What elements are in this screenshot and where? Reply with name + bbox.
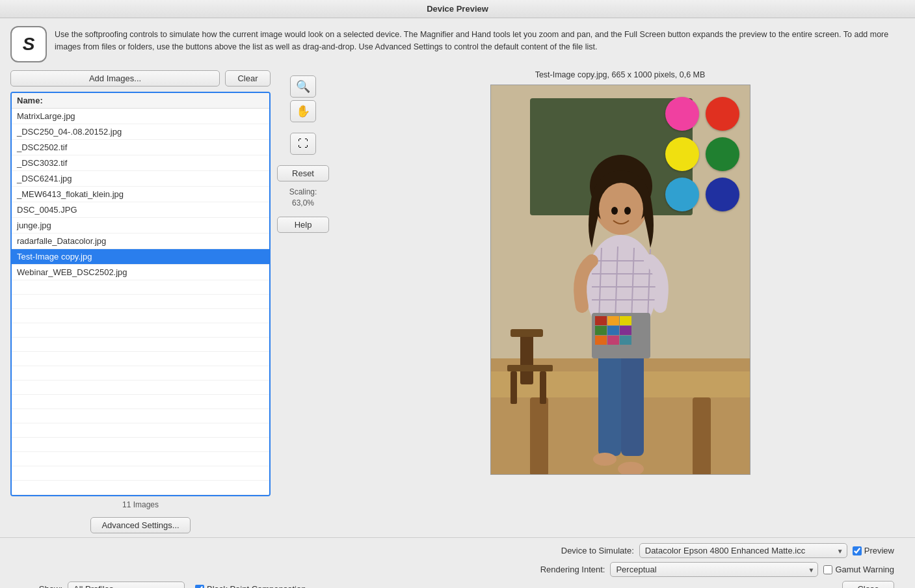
file-list[interactable]: Name: MatrixLarge.jpg_DSC250_04-.08.2015… bbox=[10, 92, 271, 496]
show-select[interactable]: All Profiles bbox=[68, 581, 185, 588]
file-item-empty bbox=[12, 466, 269, 481]
svg-point-23 bbox=[599, 183, 643, 235]
file-items-container: MatrixLarge.jpg_DSC250_04-.08.20152.jpg_… bbox=[12, 109, 269, 280]
device-select[interactable]: Datacolor Epson 4800 Enhanced Matte.icc bbox=[639, 543, 847, 558]
file-item-empty bbox=[12, 481, 269, 495]
show-select-container[interactable]: All Profiles ▼ bbox=[68, 581, 185, 588]
file-item[interactable]: Webinar_WEB_DSC2502.jpg bbox=[12, 265, 269, 280]
svg-rect-36 bbox=[607, 336, 619, 345]
preview-checkbox[interactable] bbox=[853, 546, 862, 555]
gamut-warning-label: Gamut Warning bbox=[835, 565, 894, 574]
file-item[interactable]: DSC_0045.JPG bbox=[12, 202, 269, 218]
image-title: Test-Image copy.jpg, 665 x 1000 pixels, … bbox=[535, 70, 706, 79]
svg-rect-31 bbox=[620, 316, 631, 325]
file-item-empty bbox=[12, 423, 269, 438]
reset-button[interactable]: Reset bbox=[277, 165, 329, 181]
window-title: Device Preview bbox=[427, 4, 488, 14]
tools-panel: 🔍 ✋ ⛶ Reset Scaling: 63,0% Help bbox=[271, 70, 336, 537]
tool-icons: 🔍 ✋ ⛶ bbox=[290, 75, 316, 155]
scaling-label: Scaling: bbox=[289, 187, 317, 198]
show-label: Show: bbox=[10, 584, 62, 588]
gamut-warning-checkbox-label[interactable]: Gamut Warning bbox=[823, 565, 894, 574]
reset-btn-container: Reset bbox=[277, 165, 329, 181]
bottom-controls-bar: Device to Simulate: Datacolor Epson 4800… bbox=[0, 537, 915, 588]
black-point-checkbox[interactable] bbox=[195, 585, 204, 589]
file-item-empty bbox=[12, 338, 269, 352]
file-item[interactable]: radarfalle_Datacolor.jpg bbox=[12, 234, 269, 249]
file-list-header: Name: bbox=[12, 93, 269, 109]
svg-rect-30 bbox=[607, 316, 619, 325]
color-swatch-cyan bbox=[665, 178, 699, 211]
file-item-empty bbox=[12, 395, 269, 409]
svg-rect-33 bbox=[607, 326, 619, 335]
file-item[interactable]: _DSC3032.tif bbox=[12, 155, 269, 171]
rendering-select[interactable]: Perceptual bbox=[610, 562, 818, 577]
top-button-row: Add Images... Clear bbox=[10, 70, 271, 87]
scaling-value: 63,0% bbox=[289, 198, 317, 209]
file-item[interactable]: _DSC2502.tif bbox=[12, 140, 269, 155]
help-button[interactable]: Help bbox=[277, 217, 329, 233]
svg-rect-4 bbox=[530, 397, 548, 475]
svg-rect-32 bbox=[595, 326, 607, 335]
advanced-settings-button[interactable]: Advanced Settings... bbox=[90, 517, 190, 533]
file-item[interactable]: _MEW6413_flokati_klein.jpg bbox=[12, 187, 269, 202]
device-simulate-row: Device to Simulate: Datacolor Epson 4800… bbox=[10, 543, 905, 558]
svg-point-24 bbox=[611, 207, 618, 215]
left-panel: Add Images... Clear Name: MatrixLarge.jp… bbox=[10, 70, 271, 537]
info-bar: S Use the softproofing controls to simul… bbox=[0, 18, 915, 70]
svg-rect-34 bbox=[620, 326, 631, 335]
svg-rect-8 bbox=[507, 365, 553, 371]
image-count: 11 Images bbox=[10, 496, 271, 513]
hand-tool-button[interactable]: ✋ bbox=[290, 100, 316, 122]
rendering-intent-label: Rendering Intent: bbox=[514, 565, 605, 574]
file-item[interactable]: _DSC250_04-.08.20152.jpg bbox=[12, 124, 269, 140]
preview-image bbox=[490, 85, 750, 475]
file-item-empty bbox=[12, 323, 269, 338]
right-area: Test-Image copy.jpg, 665 x 1000 pixels, … bbox=[336, 70, 905, 537]
file-item[interactable]: MatrixLarge.jpg bbox=[12, 109, 269, 124]
color-swatch-blue bbox=[706, 178, 739, 211]
rendering-select-container[interactable]: Perceptual ▼ bbox=[610, 562, 818, 577]
file-item-empty bbox=[12, 366, 269, 381]
app-icon: S bbox=[10, 26, 47, 62]
show-row: Show: All Profiles ▼ Black Point Compens… bbox=[10, 581, 905, 588]
file-item-empty bbox=[12, 295, 269, 309]
svg-rect-10 bbox=[540, 371, 546, 404]
black-point-checkbox-label[interactable]: Black Point Compensation bbox=[195, 584, 306, 588]
clear-button[interactable]: Clear bbox=[225, 70, 271, 87]
file-item-empty bbox=[12, 438, 269, 452]
add-images-button[interactable]: Add Images... bbox=[10, 70, 220, 87]
fullscreen-tool-button[interactable]: ⛶ bbox=[290, 133, 316, 155]
svg-rect-35 bbox=[595, 336, 607, 345]
preview-checkbox-label[interactable]: Preview bbox=[853, 546, 894, 555]
svg-point-38 bbox=[593, 453, 617, 466]
svg-rect-29 bbox=[595, 316, 607, 325]
file-item-empty bbox=[12, 352, 269, 366]
file-item-empty bbox=[12, 452, 269, 466]
title-bar: Device Preview bbox=[0, 0, 915, 18]
rendering-intent-row: Rendering Intent: Perceptual ▼ Gamut War… bbox=[10, 562, 905, 577]
gamut-warning-checkbox[interactable] bbox=[823, 565, 832, 574]
file-item[interactable]: _DSC6241.jpg bbox=[12, 171, 269, 187]
info-text: Use the softproofing controls to simulat… bbox=[55, 26, 905, 53]
svg-rect-5 bbox=[693, 397, 711, 475]
file-item[interactable]: junge.jpg bbox=[12, 218, 269, 234]
color-swatch-pink bbox=[665, 97, 699, 131]
content-area: Add Images... Clear Name: MatrixLarge.jp… bbox=[0, 70, 915, 537]
device-select-container[interactable]: Datacolor Epson 4800 Enhanced Matte.icc … bbox=[639, 543, 847, 558]
svg-rect-9 bbox=[511, 371, 517, 404]
file-item[interactable]: Test-Image copy.jpg bbox=[12, 249, 269, 265]
svg-rect-7 bbox=[511, 329, 543, 337]
file-item-empty bbox=[12, 381, 269, 395]
help-btn-container: Help bbox=[277, 217, 329, 233]
black-point-label: Black Point Compensation bbox=[207, 584, 306, 588]
empty-rows-container bbox=[12, 280, 269, 495]
close-button[interactable]: Close bbox=[842, 581, 894, 588]
device-simulate-label: Device to Simulate: bbox=[543, 546, 634, 555]
advanced-btn-row: Advanced Settings... bbox=[10, 513, 271, 537]
file-item-empty bbox=[12, 409, 269, 423]
magnifier-tool-button[interactable]: 🔍 bbox=[290, 75, 316, 98]
color-swatches-overlay bbox=[665, 97, 739, 211]
fullscreen-icon: ⛶ bbox=[298, 138, 308, 150]
svg-rect-6 bbox=[520, 332, 533, 384]
